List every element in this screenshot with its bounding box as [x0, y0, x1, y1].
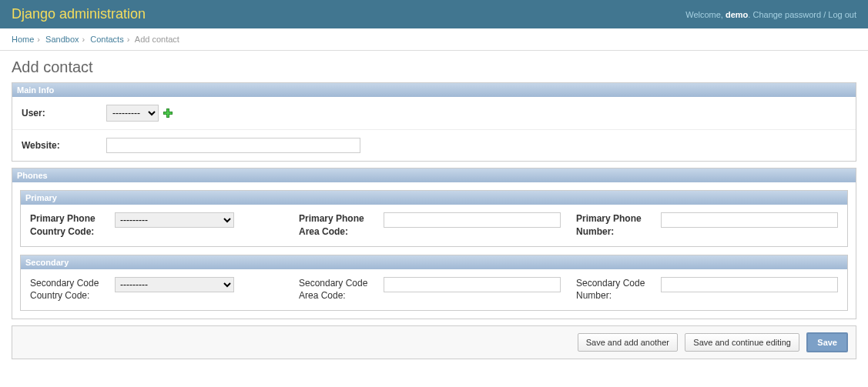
phones-title: Phones — [12, 168, 856, 182]
primary-number-field: Primary Phone Number: — [576, 212, 838, 239]
primary-phone-row: Primary Phone Country Code: --------- Pr… — [21, 205, 847, 246]
save-button[interactable]: Save — [806, 332, 848, 352]
secondary-country-field: Secondary Code Country Code: --------- — [30, 277, 283, 303]
secondary-area-label: Secondary Code Area Code: — [299, 277, 372, 303]
username: demo — [726, 10, 748, 19]
main-info-module: Main Info User: --------- Website: — [12, 82, 856, 162]
user-row: User: --------- — [12, 97, 856, 130]
breadcrumbs: Home› Sandbox› Contacts› Add contact — [0, 28, 868, 51]
primary-country-field: Primary Phone Country Code: --------- — [30, 212, 283, 239]
website-input[interactable] — [106, 138, 360, 153]
user-label: User: — [22, 108, 106, 118]
add-icon[interactable] — [163, 108, 173, 118]
breadcrumb-sandbox[interactable]: Sandbox — [45, 35, 79, 44]
save-add-another-button[interactable]: Save and add another — [578, 333, 678, 352]
change-password-link[interactable]: Change password — [752, 10, 821, 19]
secondary-number-label: Secondary Code Number: — [576, 277, 649, 303]
main-info-title: Main Info — [12, 83, 856, 97]
secondary-country-label: Secondary Code Country Code: — [30, 277, 103, 303]
user-tools: Welcome, demo. Change password / Log out — [685, 10, 856, 19]
site-title: Django administration — [12, 6, 146, 22]
page-title: Add contact — [12, 58, 856, 76]
primary-area-field: Primary Phone Area Code: — [299, 212, 561, 239]
welcome-text: Welcome, — [685, 10, 726, 19]
secondary-area-field: Secondary Code Area Code: — [299, 277, 561, 303]
svg-rect-3 — [164, 112, 172, 114]
secondary-phone-module: Secondary Secondary Code Country Code: -… — [20, 255, 848, 312]
primary-phone-module: Primary Primary Phone Country Code: ----… — [20, 190, 848, 247]
header: Django administration Welcome, demo. Cha… — [0, 0, 868, 28]
primary-country-label: Primary Phone Country Code: — [30, 212, 103, 239]
primary-area-label: Primary Phone Area Code: — [299, 212, 372, 239]
breadcrumb-current: Add contact — [135, 35, 179, 44]
website-row: Website: — [12, 130, 856, 161]
secondary-area-input[interactable] — [384, 277, 561, 292]
primary-country-select[interactable]: --------- — [115, 212, 234, 228]
logout-link[interactable]: Log out — [828, 10, 856, 19]
secondary-phone-row: Secondary Code Country Code: --------- S… — [21, 269, 847, 311]
primary-number-label: Primary Phone Number: — [576, 212, 649, 239]
secondary-number-input[interactable] — [661, 277, 838, 292]
website-label: Website: — [22, 140, 106, 151]
primary-title: Primary — [21, 191, 847, 205]
user-select[interactable]: --------- — [106, 105, 159, 122]
secondary-number-field: Secondary Code Number: — [576, 277, 838, 303]
breadcrumb-contacts[interactable]: Contacts — [90, 35, 123, 44]
primary-number-input[interactable] — [661, 212, 838, 228]
save-continue-button[interactable]: Save and continue editing — [685, 333, 799, 352]
breadcrumb-home[interactable]: Home — [12, 35, 34, 44]
secondary-title: Secondary — [21, 255, 847, 269]
secondary-country-select[interactable]: --------- — [115, 277, 234, 292]
content: Add contact Main Info User: --------- We… — [0, 51, 868, 375]
phones-module: Phones Primary Primary Phone Country Cod… — [12, 168, 856, 319]
submit-row: Save and add another Save and continue e… — [12, 325, 856, 359]
primary-area-input[interactable] — [384, 212, 561, 228]
